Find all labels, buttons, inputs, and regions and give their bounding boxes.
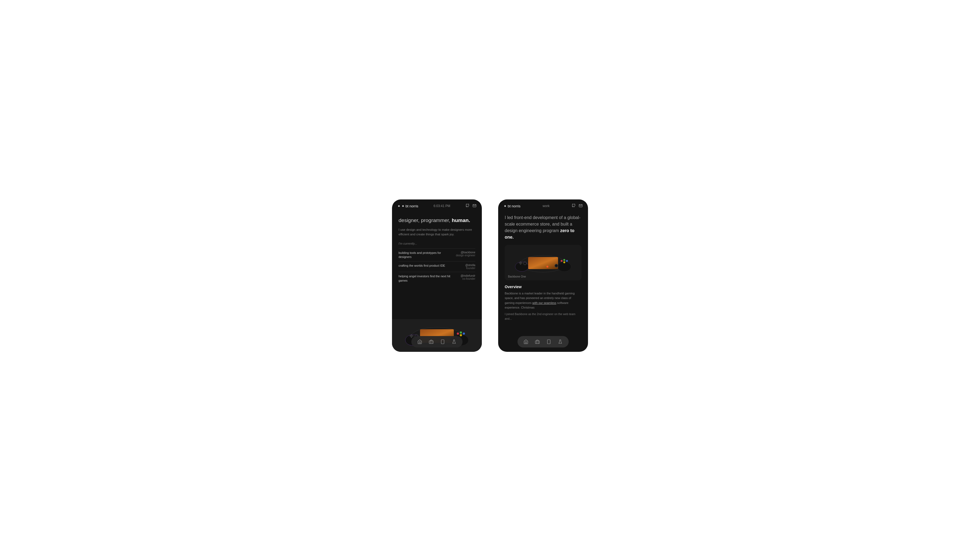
right-github-icon[interactable]: [572, 204, 576, 208]
svg-point-30: [555, 265, 557, 267]
work-hero-bold: zero to one.: [505, 228, 574, 240]
job-handle-2: @strella: [465, 264, 475, 267]
job-handle-1: @backbone: [456, 251, 475, 254]
svg-rect-39: [535, 341, 539, 344]
left-phone-content: designer, programmer, human. I use desig…: [392, 212, 482, 315]
work-image-card: Backbone One: [505, 245, 581, 280]
page-container: ✦ ✦ bt norris 6:03:41 PM: [327, 184, 653, 367]
svg-point-33: [561, 260, 563, 262]
job-handle-3: @indiefundr: [461, 274, 475, 277]
left-phone-header: ✦ ✦ bt norris 6:03:41 PM: [392, 200, 482, 212]
svg-point-12: [460, 332, 462, 333]
right-phone: ✦ bt norris work I l: [498, 200, 588, 352]
right-mail-icon[interactable]: [579, 204, 582, 208]
work-image-inner: Backbone One: [505, 245, 581, 280]
nav-briefcase[interactable]: [428, 339, 434, 345]
svg-rect-17: [429, 341, 433, 344]
right-header-icons: [572, 204, 582, 208]
left-time: 6:03:41 PM: [434, 204, 450, 208]
right-nav-briefcase[interactable]: [535, 339, 540, 345]
right-logo-text: bt norris: [508, 204, 520, 208]
svg-point-14: [460, 334, 462, 336]
github-icon[interactable]: [466, 204, 469, 208]
svg-point-11: [457, 332, 459, 335]
right-phone-content: I led front-end development of a global-…: [498, 212, 588, 352]
mail-icon[interactable]: [473, 204, 476, 208]
hero-text: designer, programmer, human.: [399, 217, 475, 224]
left-bottom-nav: [411, 336, 463, 348]
job-item-3: helping angel investors find the next hi…: [399, 272, 475, 285]
svg-point-13: [463, 332, 465, 335]
logo-star: ✦: [398, 204, 401, 208]
job-desc-1: building tools and prototypes for design…: [399, 251, 456, 259]
svg-point-35: [566, 260, 568, 262]
right-nav-phone[interactable]: [546, 339, 552, 345]
svg-rect-26: [528, 257, 558, 269]
left-logo: ✦ ✦ bt norris: [398, 204, 418, 208]
job-desc-3: helping angel investors find the next hi…: [399, 274, 461, 283]
nav-phone[interactable]: [440, 339, 445, 345]
job-item-2: crafting the worlds first product IDE @s…: [399, 261, 475, 272]
nav-home[interactable]: [417, 339, 423, 345]
right-section: work: [542, 204, 549, 208]
left-header-icons: [466, 204, 476, 208]
right-bottom-nav: [517, 336, 569, 348]
job-meta-3: @indiefundr co-founder: [461, 274, 475, 280]
job-meta-1: @backbone design engineer: [456, 251, 475, 257]
overview-title: Overview: [505, 284, 581, 289]
svg-point-38: [546, 265, 548, 267]
job-role-3: co-founder: [461, 277, 475, 280]
work-hero: I led front-end development of a global-…: [505, 214, 581, 241]
overview-text-2: I joined Backbone as the 2nd engineer on…: [505, 312, 581, 321]
svg-point-36: [563, 261, 565, 263]
right-logo: ✦ bt norris: [504, 204, 520, 208]
job-list: building tools and prototypes for design…: [399, 248, 475, 285]
job-item-1: building tools and prototypes for design…: [399, 248, 475, 262]
right-logo-star: ✦: [504, 204, 507, 208]
job-meta-2: @strella founder: [465, 264, 475, 270]
hero-bold: human.: [452, 218, 470, 223]
left-phone: ✦ ✦ bt norris 6:03:41 PM: [392, 200, 482, 352]
right-nav-home[interactable]: [523, 339, 529, 345]
svg-point-34: [563, 259, 565, 261]
overview-link[interactable]: with our seamless: [533, 301, 557, 305]
backbone-one-label: Backbone One: [508, 275, 526, 278]
work-controller-svg: [512, 249, 574, 276]
hero-subtitle: I use design and technology to make desi…: [399, 227, 475, 237]
job-desc-2: crafting the worlds first product IDE: [399, 264, 465, 268]
right-phone-header: ✦ bt norris work: [498, 200, 588, 212]
job-role-2: founder: [465, 267, 475, 270]
job-role-1: design engineer: [456, 254, 475, 257]
currently-label: I'm currently...: [399, 242, 475, 245]
nav-flask[interactable]: [451, 339, 457, 345]
logo-text: ✦ bt norris: [401, 204, 418, 208]
overview-text: Backbone is a market leader in the handh…: [505, 291, 581, 310]
right-nav-flask[interactable]: [557, 339, 563, 345]
